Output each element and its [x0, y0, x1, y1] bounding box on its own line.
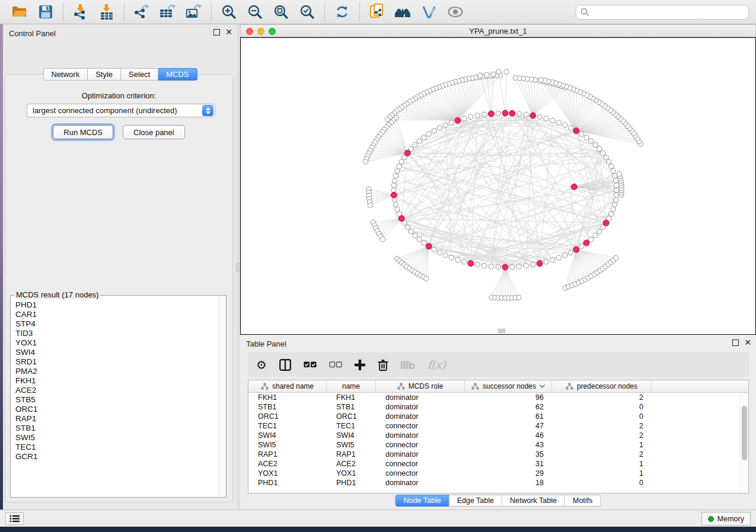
cell-shared_name: PHD1	[248, 478, 327, 488]
table-row[interactable]: SWI4SWI4dominator462	[248, 431, 740, 440]
cell-shared_name: SWI4	[248, 431, 327, 440]
table-settings-icon[interactable]: ⚙	[256, 359, 267, 371]
table-row[interactable]: ORC1ORC1dominator610	[248, 412, 740, 421]
table-row[interactable]: FKH1FKH1dominator962	[248, 393, 740, 402]
mcds-result-group: MCDS result (17 nodes) PHD1CAR1STP4TID3Y…	[10, 295, 227, 498]
zoom-selected-icon[interactable]	[298, 3, 316, 21]
mcds-result-item[interactable]: ORC1	[15, 405, 218, 414]
search-network-icon[interactable]	[394, 3, 412, 21]
memory-button[interactable]: Memory	[701, 512, 751, 525]
run-mcds-button[interactable]: Run MCDS	[53, 125, 113, 139]
mcds-result-item[interactable]: SWI4	[15, 348, 218, 357]
column-header-name[interactable]: name	[327, 380, 376, 392]
close-panel-icon[interactable]: ✕	[225, 29, 232, 36]
network-titlebar[interactable]: YPA_prune.txt_1	[240, 24, 756, 37]
mcds-result-item[interactable]: FKH1	[15, 376, 218, 386]
export-table-icon[interactable]	[159, 3, 177, 21]
cell-successors: 61	[465, 412, 552, 421]
tab-select[interactable]: Select	[121, 68, 158, 81]
table-row[interactable]: RAP1RAP1dominator352	[248, 450, 740, 459]
mcds-result-item[interactable]: PHD1	[15, 300, 218, 310]
import-network-icon[interactable]	[72, 3, 90, 21]
table-row[interactable]: SWI5SWI5connector431	[248, 440, 740, 450]
tab-motifs[interactable]: Motifs	[565, 495, 601, 507]
mcds-result-item[interactable]: STP4	[15, 319, 218, 329]
vizmapper-icon[interactable]	[420, 3, 438, 21]
column-header-successors[interactable]: successor nodes	[465, 380, 552, 392]
close-panel-button[interactable]: Close panel	[123, 125, 185, 139]
column-header-shared_name[interactable]: shared name	[248, 380, 327, 392]
mcds-result-item[interactable]: CAR1	[15, 310, 218, 319]
cell-shared_name: RAP1	[248, 450, 327, 459]
open-file-icon[interactable]	[11, 3, 28, 21]
mcds-result-item[interactable]: SWI5	[15, 433, 218, 443]
table-scrollbar[interactable]	[740, 393, 748, 493]
function-builder-icon[interactable]: f(x)	[428, 358, 446, 371]
tab-network-table[interactable]: Network Table	[502, 495, 565, 507]
tab-mcds[interactable]: MCDS	[158, 68, 197, 81]
criterion-dropdown[interactable]: largest connected component (undirected)	[27, 104, 215, 117]
tab-edge-table[interactable]: Edge Table	[449, 495, 502, 507]
zoom-fit-icon[interactable]	[272, 3, 290, 21]
task-list-icon	[9, 515, 20, 523]
float-panel-icon[interactable]	[213, 29, 220, 36]
refresh-icon[interactable]	[333, 3, 351, 21]
delete-column-icon[interactable]	[378, 359, 388, 371]
task-history-button[interactable]	[5, 512, 24, 525]
mcds-result-item[interactable]: GCR1	[15, 452, 218, 462]
toolbar-separator	[359, 3, 360, 21]
mcds-result-item[interactable]: SRD1	[15, 357, 218, 367]
export-image-icon[interactable]	[185, 3, 203, 21]
mcds-list-scrollbar[interactable]	[218, 296, 226, 496]
cell-mcds_role: connector	[376, 421, 465, 431]
zoom-out-icon[interactable]	[246, 3, 264, 21]
cell-successors: 46	[465, 431, 552, 440]
control-panel-header: Control Panel ✕	[3, 24, 237, 41]
zoom-in-icon[interactable]	[220, 3, 238, 21]
export-network-icon[interactable]	[133, 3, 151, 21]
network-canvas-svg[interactable]	[241, 38, 755, 335]
table-row[interactable]: ACE2ACE2connector311	[248, 459, 740, 469]
table-row[interactable]: PHD1PHD1dominator180	[248, 478, 740, 488]
show-columns-icon[interactable]	[279, 359, 291, 371]
add-column-icon[interactable]	[355, 360, 365, 370]
mcds-result-item[interactable]: YOX1	[15, 338, 218, 348]
table-row[interactable]: STB1STB1dominator620	[248, 402, 740, 412]
search-input[interactable]	[592, 8, 744, 17]
import-table-icon[interactable]	[98, 3, 116, 21]
mcds-result-item[interactable]: TID3	[15, 329, 218, 338]
select-all-icon[interactable]	[304, 361, 317, 368]
mcds-result-list: PHD1CAR1STP4TID3YOX1SWI4SRD1PMA2FKH1ACE2…	[11, 299, 218, 496]
tab-network[interactable]: Network	[43, 68, 88, 81]
tab-style[interactable]: Style	[88, 68, 121, 81]
node-table: shared namenameMCDS rolesuccessor nodesp…	[248, 380, 749, 493]
mcds-result-item[interactable]: STB5	[15, 395, 218, 405]
mcds-result-item[interactable]: RAP1	[15, 414, 218, 424]
network-canvas[interactable]	[240, 37, 756, 335]
mcds-result-item[interactable]: ACE2	[15, 386, 218, 395]
column-header-mcds_role[interactable]: MCDS role	[376, 380, 465, 392]
table-toolbar: ⚙ f(x)	[248, 352, 749, 377]
mcds-result-item[interactable]: PMA2	[15, 367, 218, 376]
float-table-panel-icon[interactable]	[732, 339, 739, 346]
network-from-file-icon[interactable]	[368, 3, 386, 21]
mcds-result-item[interactable]: TEC1	[15, 443, 218, 452]
delete-table-icon[interactable]	[401, 360, 415, 370]
toolbar-search	[576, 5, 749, 20]
table-scrollbar-thumb[interactable]	[742, 406, 747, 460]
cell-successors: 29	[465, 469, 552, 478]
table-row[interactable]: TEC1TEC1connector472	[248, 421, 740, 431]
unselect-all-icon[interactable]	[329, 361, 342, 368]
close-table-panel-icon[interactable]: ✕	[744, 339, 751, 346]
mcds-result-item[interactable]: STB1	[15, 424, 218, 433]
show-hide-icon[interactable]	[446, 3, 464, 21]
tab-node-table[interactable]: Node Table	[395, 495, 449, 507]
cell-mcds_role: dominator	[376, 412, 465, 421]
table-row[interactable]: YOX1YOX1connector291	[248, 469, 740, 478]
optimization-criterion-label: Optimization criterion:	[5, 91, 232, 100]
column-header-predecessors[interactable]: predecessor nodes	[552, 380, 652, 392]
application-window: Control Panel ✕ NetworkStyleSelectMCDS O…	[0, 0, 756, 532]
save-session-icon[interactable]	[37, 3, 55, 21]
cell-predecessors: 1	[552, 440, 652, 450]
cell-name: TEC1	[327, 421, 376, 431]
